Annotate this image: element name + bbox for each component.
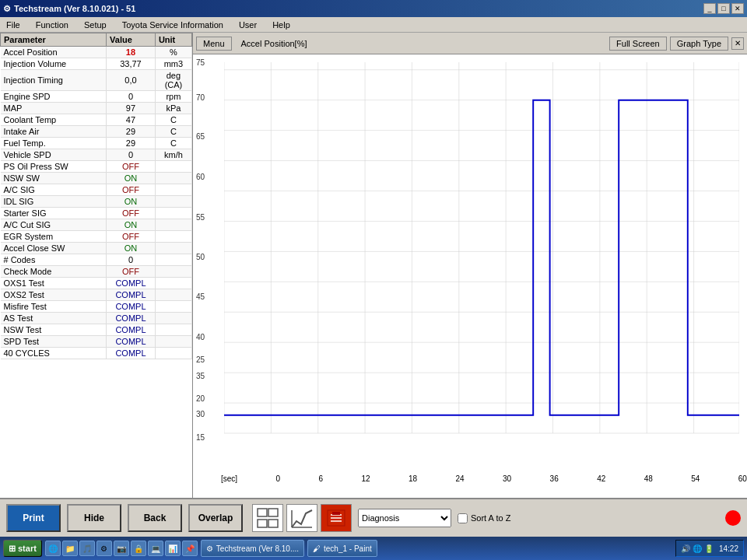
taskbar-icon-folder[interactable]: 📁 [62,541,78,556]
taskbar-icon-extra2[interactable]: 🔒 [131,541,146,556]
cell-10-2 [155,173,191,184]
taskbar-icon-settings[interactable]: ⚙ [96,541,112,556]
hide-button[interactable]: Hide [67,504,121,532]
cell-6-1: 29 [107,126,156,138]
x-label-42: 42 [597,474,605,483]
taskbar-icon-extra3[interactable]: 💻 [148,541,163,556]
icon-area [252,504,352,532]
menu-user[interactable]: User [236,19,260,31]
cell-20-2 [155,289,191,301]
table-row: Injection Volume33,77mm3 [1,58,192,70]
taskbar-icon-ie[interactable]: 🌐 [45,541,61,556]
cell-22-0: AS Test [1,313,107,324]
taskbar-app-paint[interactable]: 🖌 tech_1 - Paint [307,540,377,557]
cell-10-0: NSW SW [1,173,107,184]
cell-19-0: OXS1 Test [1,278,107,289]
y-label-35: 35 [196,372,205,380]
cell-7-1: 29 [107,138,156,149]
cell-3-1: 0 [107,91,156,103]
overlap-button[interactable]: Overlap [188,504,243,532]
taskbar-icon-extra1[interactable]: 📷 [114,541,129,556]
start-label: start [18,544,37,553]
cell-22-1: COMPL [107,313,156,324]
cell-4-2: kPa [155,103,191,114]
cell-20-1: COMPL [107,289,156,301]
menu-toyota[interactable]: Toyota Service Information [119,19,226,31]
maximize-button[interactable]: □ [717,3,730,14]
cell-23-1: COMPL [107,324,156,336]
cell-15-1: OFF [107,231,156,243]
cell-13-0: Starter SIG [1,208,107,219]
cell-0-2: % [155,47,191,58]
cell-12-0: IDL SIG [1,196,107,208]
cell-4-1: 97 [107,103,156,114]
graph-type-button[interactable]: Graph Type [670,37,728,51]
print-button[interactable]: Print [6,504,61,532]
y-label-45: 45 [196,292,205,301]
table-row: Injection Timing0,0deg(CA) [1,70,192,91]
table-row: Engine SPD0rpm [1,91,192,103]
table-row: Intake Air29C [1,126,192,138]
svg-rect-26 [268,509,278,516]
cell-8-1: 0 [107,149,156,161]
title-bar-left: ⚙ Techstream (Ver 8.10.021) - 51 [3,4,135,14]
bottom-bar: Print Hide Back Overlap [0,498,747,537]
menu-help[interactable]: Help [269,19,293,31]
y-label-60: 60 [196,173,205,181]
table-row: IDL SIGON [1,196,192,208]
table-row: EGR SystemOFF [1,231,192,243]
icon-graph[interactable] [286,504,317,532]
x-label-48: 48 [644,474,653,483]
svg-rect-35 [332,512,340,515]
menu-button[interactable]: Menu [196,37,232,51]
start-button[interactable]: ⊞ start [3,540,42,557]
x-label-0: 0 [276,474,281,483]
menu-function[interactable]: Function [33,19,72,31]
close-button[interactable]: ✕ [731,3,744,14]
cell-24-0: SPD Test [1,336,107,348]
taskbar-icon-extra4[interactable]: 📊 [165,541,181,556]
y-label-30: 30 [196,410,205,418]
minimize-button[interactable]: _ [703,3,716,14]
x-label-36: 36 [550,474,559,483]
taskbar-app-techstream[interactable]: ⚙ Techstream (Ver 8.10.... [201,540,304,557]
cell-14-1: ON [107,219,156,231]
cell-12-2 [155,196,191,208]
graph-title: Accel Position[%] [235,39,607,48]
back-button[interactable]: Back [128,504,182,532]
table-row: Misfire TestCOMPL [1,301,192,313]
taskbar-icon-media[interactable]: 🎵 [79,541,95,556]
table-row: SPD TestCOMPL [1,336,192,348]
sort-checkbox[interactable] [458,513,468,523]
menu-file[interactable]: File [3,19,23,31]
cell-21-2 [155,301,191,313]
cell-13-1: OFF [107,208,156,219]
menu-setup[interactable]: Setup [81,19,110,31]
cell-16-0: Accel Close SW [1,243,107,254]
diagnosis-dropdown[interactable]: Diagnosis [358,509,451,527]
table-row: 40 CYCLESCOMPL [1,348,192,359]
graph-container: 75 70 65 60 55 50 45 40 35 30 25 20 15 [… [193,54,747,498]
cell-15-0: EGR System [1,231,107,243]
table-row: PS Oil Press SWOFF [1,161,192,173]
cell-25-1: COMPL [107,348,156,359]
svg-rect-25 [258,509,267,516]
cell-22-2 [155,313,191,324]
taskbar-icon-extra5[interactable]: 📌 [182,541,198,556]
cell-5-1: 47 [107,114,156,126]
x-axis: [sec] 0 6 12 18 24 30 36 42 48 54 60 [221,470,747,488]
icon-data[interactable] [321,504,352,532]
cell-2-0: Injection Timing [1,70,107,91]
icon-list[interactable] [252,504,283,532]
cell-11-0: A/C SIG [1,184,107,196]
y-label-40: 40 [196,333,205,341]
cell-18-0: Check Mode [1,266,107,278]
param-table-body: Accel Position18%Injection Volume33,77mm… [1,47,192,359]
cell-18-2 [155,266,191,278]
windows-logo: ⊞ [9,544,16,554]
full-screen-button[interactable]: Full Screen [609,37,667,51]
cell-6-2: C [155,126,191,138]
table-row: NSW TestCOMPL [1,324,192,336]
graph-close-button[interactable]: ✕ [731,37,744,50]
cell-8-0: Vehicle SPD [1,149,107,161]
